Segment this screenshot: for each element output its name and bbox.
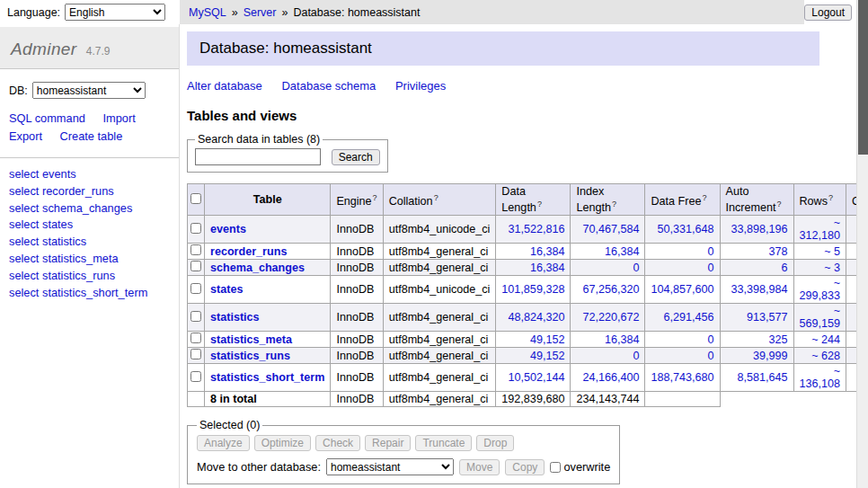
sidebar-table-link[interactable]: select events [9,167,76,181]
sidebar-table-link[interactable]: select recorder_runs [9,184,114,198]
breadcrumb-server-link[interactable]: Server [244,6,277,19]
breadcrumb-mysql-link[interactable]: MySQL [189,6,226,19]
rows-link[interactable]: ~ 628 [811,350,840,362]
drop-button[interactable]: Drop [476,435,514,451]
auto-increment-link[interactable]: 33,398,984 [731,283,787,296]
table-link[interactable]: recorder_runs [210,245,287,258]
help-icon[interactable]: ? [537,200,542,209]
sidebar-table-link[interactable]: select statistics [9,235,86,248]
table-link[interactable]: states [210,283,243,296]
sidebar-table-link[interactable]: select statistics_meta [9,252,119,265]
move-database-select[interactable]: homeassistant [326,458,454,475]
row-checkbox[interactable] [190,283,201,294]
rows-link[interactable]: ~ 5 [824,245,840,258]
sidebar-create-table-link[interactable]: Create table [60,129,123,143]
overwrite-checkbox[interactable] [550,462,561,473]
check-button[interactable]: Check [315,435,360,451]
optimize-button[interactable]: Optimize [254,435,311,451]
rows-link[interactable]: ~ 299,833 [800,277,841,302]
repair-button[interactable]: Repair [365,435,411,451]
database-schema-link[interactable]: Database schema [281,79,376,93]
list-item: select states [9,217,170,234]
index-length-link[interactable]: 24,166,400 [582,371,639,384]
select-all-checkbox[interactable] [190,193,201,204]
sidebar-table-link[interactable]: select statistics_short_term [9,286,147,299]
row-checkbox[interactable] [190,261,201,271]
index-length-link[interactable]: 0 [633,262,639,274]
language-select[interactable]: English [65,4,165,21]
data-length-link[interactable]: 101,859,328 [501,283,564,296]
table-link[interactable]: schema_changes [210,262,305,274]
row-checkbox[interactable] [190,311,201,322]
auto-increment-link[interactable]: 39,999 [753,350,788,362]
sidebar-table-link[interactable]: select statistics_runs [9,269,115,282]
index-length-link[interactable]: 0 [633,350,639,362]
help-icon[interactable]: ? [702,193,706,202]
data-free-link[interactable]: 0 [707,245,713,258]
auto-increment-link[interactable]: 325 [768,333,787,346]
row-checkbox[interactable] [190,371,201,382]
data-length-link[interactable]: 16,384 [530,262,565,274]
data-free-link[interactable]: 104,857,600 [651,283,713,296]
rows-link[interactable]: ~ 569,159 [800,305,841,330]
truncate-button[interactable]: Truncate [415,435,472,451]
table-link[interactable]: events [210,223,246,235]
sidebar-export-link[interactable]: Export [9,129,42,143]
rows-link[interactable]: ~ 3 [824,262,840,274]
auto-increment-link[interactable]: 378 [768,245,787,258]
analyze-button[interactable]: Analyze [197,435,250,451]
auto-increment-cell: 33,898,196 [720,216,793,244]
table-link[interactable]: statistics_runs [210,350,290,362]
row-checkbox[interactable] [190,349,201,359]
vertical-scrollbar[interactable] [856,0,868,488]
search-input[interactable] [195,148,321,165]
auto-increment-link[interactable]: 33,898,196 [731,223,787,235]
auto-increment-link[interactable]: 8,581,645 [737,371,787,384]
index-length-link[interactable]: 67,256,320 [582,283,639,296]
data-free-link[interactable]: 6,291,456 [663,311,713,324]
privileges-link[interactable]: Privileges [395,79,446,93]
data-length-link[interactable]: 16,384 [530,245,565,258]
row-checkbox[interactable] [190,244,201,255]
rows-link[interactable]: ~ 312,180 [800,217,841,242]
data-free-link[interactable]: 50,331,648 [657,223,713,235]
copy-button[interactable]: Copy [505,459,545,475]
sidebar-table-link[interactable]: select states [9,217,73,231]
rows-link[interactable]: ~ 136,108 [800,365,841,390]
logout-button[interactable]: Logout [804,4,852,21]
sidebar-import-link[interactable]: Import [102,111,135,125]
help-icon[interactable]: ? [612,200,616,209]
data-length-link[interactable]: 31,522,816 [508,223,564,235]
data-length-link[interactable]: 49,152 [530,333,565,346]
sidebar-sql-command-link[interactable]: SQL command [9,111,85,125]
search-button[interactable]: Search [332,149,380,165]
index-length-link[interactable]: 16,384 [605,333,640,346]
table-link[interactable]: statistics_short_term [210,371,324,384]
table-link[interactable]: statistics_meta [210,333,292,346]
rows-link[interactable]: ~ 244 [811,333,840,346]
table-link[interactable]: statistics [210,311,260,324]
data-free-link[interactable]: 0 [707,333,713,346]
data-free-link[interactable]: 188,743,680 [651,371,713,384]
help-icon[interactable]: ? [373,193,377,202]
help-icon[interactable]: ? [828,193,833,202]
index-length-link[interactable]: 70,467,584 [582,223,639,235]
row-checkbox[interactable] [190,223,201,234]
data-length-link[interactable]: 10,502,144 [508,371,564,384]
scrollbar-thumb[interactable] [858,0,868,155]
auto-increment-link[interactable]: 913,577 [747,311,788,324]
data-length-link[interactable]: 48,824,320 [508,311,564,324]
help-icon[interactable]: ? [434,193,438,202]
data-free-link[interactable]: 0 [707,262,713,274]
alter-database-link[interactable]: Alter database [187,79,262,93]
index-length-link[interactable]: 72,220,672 [582,311,639,324]
row-checkbox[interactable] [190,333,201,343]
db-select[interactable]: homeassistant [32,82,146,99]
auto-increment-link[interactable]: 6 [781,262,787,274]
help-icon[interactable]: ? [777,200,782,209]
move-button[interactable]: Move [459,459,500,475]
index-length-link[interactable]: 16,384 [605,245,640,258]
data-free-link[interactable]: 0 [707,350,713,362]
sidebar-table-link[interactable]: select schema_changes [9,201,132,215]
data-length-link[interactable]: 49,152 [530,350,565,362]
